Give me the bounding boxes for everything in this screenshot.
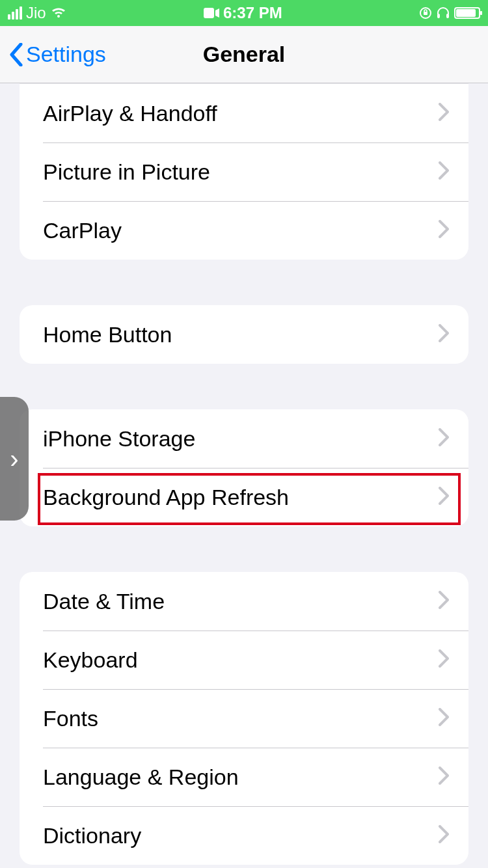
status-right [419, 7, 480, 20]
chevron-right-icon [439, 647, 449, 673]
time-label: 6:37 PM [223, 4, 282, 22]
row-label: Date & Time [43, 589, 165, 614]
row-airplay-handoff[interactable]: AirPlay & Handoff [20, 84, 468, 142]
chevron-right-icon [439, 589, 449, 614]
row-label: Picture in Picture [43, 159, 210, 185]
settings-group: Date & Time Keyboard Fonts Language & Re… [20, 572, 468, 865]
status-center: 6:37 PM [204, 4, 282, 22]
row-background-app-refresh[interactable]: Background App Refresh [20, 468, 468, 526]
svg-rect-0 [204, 8, 214, 18]
settings-group: iPhone Storage Background App Refresh [20, 409, 468, 526]
chevron-right-icon [439, 426, 449, 452]
chevron-right-icon [439, 322, 449, 347]
settings-group: AirPlay & Handoff Picture in Picture Car… [20, 83, 468, 260]
battery-icon [454, 7, 480, 19]
row-label: Language & Region [43, 765, 239, 790]
back-button[interactable]: Settings [0, 42, 106, 67]
row-label: Keyboard [43, 647, 138, 673]
chevron-right-icon [439, 159, 449, 185]
row-label: Background App Refresh [43, 485, 289, 510]
status-left: Jio [8, 4, 67, 22]
back-label: Settings [26, 42, 106, 67]
row-keyboard[interactable]: Keyboard [20, 631, 468, 689]
video-icon [204, 8, 219, 18]
chevron-right-icon [439, 706, 449, 731]
rotation-lock-icon [419, 7, 432, 20]
chevron-right-icon [439, 101, 449, 126]
svg-rect-4 [446, 14, 449, 18]
row-picture-in-picture[interactable]: Picture in Picture [20, 142, 468, 201]
chevron-right-icon [439, 765, 449, 790]
chevron-right-icon [439, 218, 449, 243]
row-carplay[interactable]: CarPlay [20, 201, 468, 260]
chevron-right-icon: › [10, 444, 18, 474]
row-language-region[interactable]: Language & Region [20, 748, 468, 806]
svg-rect-2 [424, 12, 427, 15]
row-home-button[interactable]: Home Button [20, 305, 468, 364]
row-fonts[interactable]: Fonts [20, 689, 468, 748]
row-label: CarPlay [43, 218, 122, 243]
status-bar: Jio 6:37 PM [0, 0, 488, 26]
row-date-time[interactable]: Date & Time [20, 572, 468, 631]
chevron-right-icon [439, 485, 449, 510]
row-label: iPhone Storage [43, 426, 195, 452]
chevron-left-icon [9, 43, 23, 66]
row-label: Fonts [43, 706, 98, 731]
chevron-right-icon [439, 823, 449, 848]
headphones-icon [436, 7, 450, 20]
row-label: AirPlay & Handoff [43, 101, 217, 126]
carrier-label: Jio [26, 4, 46, 22]
row-label: Home Button [43, 322, 172, 347]
settings-group: Home Button [20, 305, 468, 364]
wifi-icon [50, 7, 67, 20]
signal-icon [8, 7, 22, 20]
nav-bar: Settings General [0, 26, 488, 83]
row-dictionary[interactable]: Dictionary [20, 806, 468, 865]
side-expand-tab[interactable]: › [0, 397, 29, 521]
row-iphone-storage[interactable]: iPhone Storage [20, 409, 468, 468]
scroll-area[interactable]: AirPlay & Handoff Picture in Picture Car… [0, 83, 488, 868]
svg-rect-3 [437, 14, 440, 18]
row-label: Dictionary [43, 823, 141, 848]
